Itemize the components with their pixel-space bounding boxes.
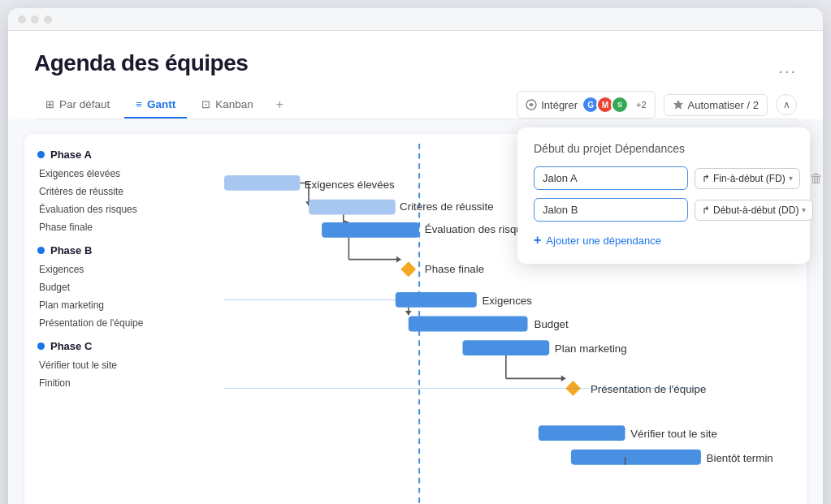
automate-button[interactable]: Automatiser / 2	[664, 94, 768, 116]
svg-rect-7	[309, 200, 396, 215]
more-button[interactable]: ···	[778, 62, 797, 80]
svg-text:Vérifier tout le site: Vérifier tout le site	[630, 428, 717, 440]
task-label: Finition	[37, 374, 192, 392]
phase-a-group: Phase A Exigences élevées Critères de ré…	[37, 144, 192, 236]
task-label: Budget	[37, 278, 192, 296]
svg-text:Critères de réussite: Critères de réussite	[400, 200, 493, 213]
page-title: Agenda des équipes	[34, 50, 248, 76]
plus-icon: +	[534, 233, 541, 248]
svg-rect-25	[462, 340, 549, 355]
titlebar-dot-3	[44, 15, 52, 24]
task-label: Exigences élevées	[37, 165, 192, 183]
dep-row-1: ↱ Fin-à-début (FD) ▾ 🗑	[534, 166, 794, 190]
svg-marker-29	[561, 375, 565, 381]
avatar-3: S	[611, 96, 629, 114]
svg-marker-17	[400, 261, 416, 277]
phase-b-dot	[37, 247, 45, 254]
phase-c-dot	[37, 342, 45, 350]
phase-b-title: Phase B	[37, 239, 192, 261]
svg-rect-12	[322, 222, 419, 238]
tab-gantt[interactable]: ≡ Gantt	[124, 92, 187, 118]
svg-rect-34	[571, 450, 701, 465]
svg-marker-16	[396, 256, 400, 263]
svg-text:Présentation de l'équipe: Présentation de l'équipe	[591, 383, 706, 395]
gantt-labels: Phase A Exigences élevées Critères de ré…	[37, 144, 192, 504]
phase-b-group: Phase B Exigences Budget Plan marketing …	[37, 239, 192, 332]
delete-dep-1-button[interactable]: 🗑	[807, 170, 823, 187]
tab-kanban[interactable]: ⊡ Kanban	[190, 92, 265, 118]
phase-c-title: Phase C	[37, 335, 192, 356]
titlebar-dot-2	[31, 15, 39, 24]
dep-popup: Début du projet Dépendances ↱ Fin-à-débu…	[517, 127, 810, 264]
app-window: Agenda des équipes ··· ⊞ Par défaut ≡ Ga…	[8, 8, 823, 504]
phase-a-title: Phase A	[37, 144, 192, 165]
dep-popup-title: Début du projet Dépendances	[534, 142, 794, 155]
grid-icon: ⊞	[45, 98, 54, 110]
svg-rect-19	[396, 292, 477, 308]
svg-text:Budget: Budget	[535, 318, 569, 330]
kanban-icon: ⊡	[201, 98, 210, 110]
tabs-right: Intégrer G M S +2 Automatiser / 2 ∧	[517, 91, 797, 118]
jalon-a-input[interactable]	[534, 166, 688, 190]
gantt-icon: ≡	[136, 98, 142, 110]
main-area: Phase A Exigences élevées Critères de ré…	[8, 119, 823, 504]
add-dependency-button[interactable]: + Ajouter une dépendance	[534, 230, 794, 251]
tabs-left: ⊞ Par défaut ≡ Gantt ⊡ Kanban +	[34, 91, 292, 118]
task-label: Critères de réussite	[37, 183, 192, 200]
svg-marker-21	[405, 311, 412, 315]
dep-type-fd[interactable]: ↱ Fin-à-début (FD) ▾	[695, 168, 800, 189]
svg-text:Plan marketing: Plan marketing	[555, 342, 627, 355]
tab-add-button[interactable]: +	[268, 91, 292, 118]
chevron-down-icon: ▾	[789, 174, 793, 183]
task-label: Exigences	[37, 261, 192, 278]
dep-arrow-icon: ↱	[702, 173, 710, 184]
task-label: Plan marketing	[37, 296, 192, 314]
dep-type-dd[interactable]: ↱ Début-à-début (DD) ▾	[695, 200, 813, 221]
titlebar	[8, 8, 823, 31]
tabs-row: ⊞ Par défaut ≡ Gantt ⊡ Kanban +	[34, 91, 797, 119]
chevron-down-icon-2: ▾	[802, 205, 806, 214]
svg-text:Exigences: Exigences	[482, 295, 532, 307]
svg-rect-32	[539, 425, 625, 441]
svg-rect-23	[409, 317, 528, 332]
phase-c-group: Phase C Vérifier tout le site Finition	[37, 335, 192, 392]
dep-row-2: ↱ Début-à-début (DD) ▾ 🗑	[534, 198, 794, 222]
integrate-button[interactable]: Intégrer G M S +2	[517, 91, 655, 118]
app-content: Agenda des équipes ··· ⊞ Par défaut ≡ Ga…	[8, 31, 823, 504]
tab-default[interactable]: ⊞ Par défaut	[34, 92, 121, 118]
task-label: Présentation de l'équipe	[37, 314, 192, 332]
integrate-avatars: G M S	[582, 96, 629, 114]
titlebar-dot-1	[18, 15, 26, 24]
svg-text:Bientôt termin: Bientôt termin	[707, 452, 773, 464]
phase-a-dot	[37, 151, 45, 158]
dep-arrow-icon-2: ↱	[702, 205, 710, 216]
task-label: Phase finale	[37, 218, 192, 236]
jalon-b-input[interactable]	[534, 198, 688, 222]
header: Agenda des équipes ··· ⊞ Par défaut ≡ Ga…	[8, 31, 823, 119]
expand-button[interactable]: ∧	[776, 94, 797, 115]
task-label: Évaluation des risques	[37, 200, 192, 218]
svg-text:Exigences élevées: Exigences élevées	[305, 179, 395, 191]
task-label: Vérifier tout le site	[37, 356, 192, 374]
svg-rect-2	[224, 175, 300, 191]
delete-dep-2-button[interactable]: 🗑	[820, 201, 823, 219]
automate-icon	[673, 99, 684, 110]
svg-text:Phase finale: Phase finale	[425, 263, 484, 275]
integrate-icon	[526, 99, 537, 110]
